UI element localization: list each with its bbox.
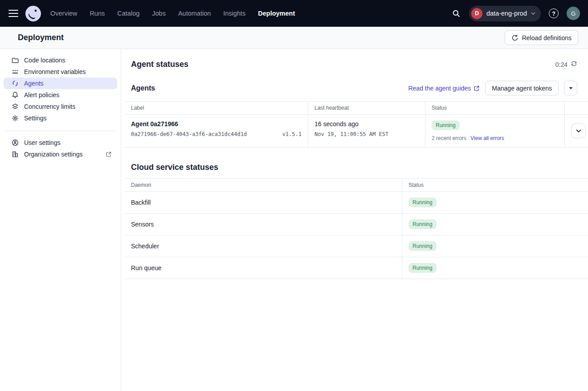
nav-overview[interactable]: Overview xyxy=(50,10,77,17)
sidebar-item-organization-settings[interactable]: Organization settings xyxy=(4,148,117,160)
deployment-switcher[interactable]: D data-eng-prod xyxy=(469,6,541,21)
external-link-icon xyxy=(474,85,480,91)
sidebar-item-label: Code locations xyxy=(24,57,65,64)
heartbeat-relative: 16 seconds ago xyxy=(314,120,419,128)
cloud-col-status: Status xyxy=(402,179,588,192)
agents-col-expand xyxy=(565,102,588,115)
daemon-name: Backfill xyxy=(125,192,402,214)
search-button[interactable] xyxy=(449,7,463,20)
agent-expand-cell xyxy=(565,115,588,148)
help-icon: ? xyxy=(549,8,559,18)
agent-label-cell: Agent 0a271966 0a271966-de67-4043-a3f6-a… xyxy=(125,115,308,148)
nav-jobs[interactable]: Jobs xyxy=(152,10,166,17)
agent-actions-dropdown-button[interactable] xyxy=(564,81,577,95)
external-link-icon xyxy=(106,151,112,157)
agent-guides-link-label: Read the agent guides xyxy=(408,85,471,92)
sidebar-item-label: User settings xyxy=(24,139,61,146)
status-badge: Running xyxy=(408,198,437,207)
refresh-countdown: 0:24 xyxy=(555,60,577,69)
env-vars-icon xyxy=(12,68,19,75)
agent-icon xyxy=(12,80,19,87)
reload-definitions-label: Reload definitions xyxy=(522,34,572,41)
recent-errors-count: 2 recent errors xyxy=(432,135,466,141)
daemon-name: Run queue xyxy=(125,257,402,279)
daemon-status-cell: Running xyxy=(402,257,588,279)
refresh-icon[interactable] xyxy=(571,60,577,69)
status-badge: Running xyxy=(408,219,437,229)
nav-runs[interactable]: Runs xyxy=(90,10,105,17)
expand-agent-row-button[interactable] xyxy=(571,123,586,138)
daemon-name: Sensors xyxy=(125,214,402,235)
primary-nav: Overview Runs Catalog Jobs Automation In… xyxy=(50,10,295,17)
sidebar-item-concurrency-limits[interactable]: Concurrency limits xyxy=(4,101,117,112)
daemon-status-cell: Running xyxy=(402,214,588,235)
status-badge: Running xyxy=(408,263,437,273)
reload-definitions-button[interactable]: Reload definitions xyxy=(505,30,578,45)
deployment-name: data-eng-prod xyxy=(486,10,527,17)
sidebar-item-alert-policies[interactable]: Alert policies xyxy=(4,89,117,101)
sidebar-item-label: Concurrency limits xyxy=(24,103,75,110)
daemon-name: Scheduler xyxy=(125,235,402,257)
countdown-value: 0:24 xyxy=(555,61,568,68)
cloud-services-table: Daemon Status Backfill Running Sensors R… xyxy=(125,178,588,279)
daemon-status-cell: Running xyxy=(402,235,588,257)
hamburger-menu-button[interactable] xyxy=(6,6,20,21)
agent-name: Agent 0a271966 xyxy=(131,120,302,128)
agents-table: Label Last heartbeat Status Agent 0a2719… xyxy=(125,101,588,148)
sidebar-item-environment-variables[interactable]: Environment variables xyxy=(4,66,117,78)
agent-statuses-title: Agent statuses xyxy=(131,60,188,69)
sidebar-item-label: Environment variables xyxy=(24,68,86,75)
sidebar-item-label: Settings xyxy=(24,115,47,122)
reload-icon xyxy=(511,34,519,41)
nav-deployment[interactable]: Deployment xyxy=(258,10,295,17)
agent-uuid: 0a271966-de67-4043-a3f6-aca31dc44d1d xyxy=(131,131,247,137)
sidebar-item-settings[interactable]: Settings xyxy=(4,112,117,124)
building-icon xyxy=(12,151,19,158)
bell-icon xyxy=(12,91,19,99)
help-button[interactable]: ? xyxy=(547,7,560,20)
sidebar-item-user-settings[interactable]: User settings xyxy=(4,137,117,148)
agents-subtitle: Agents xyxy=(131,84,155,92)
sidebar-item-agents[interactable]: Agents xyxy=(4,78,117,89)
deployment-sidebar: Code locations Environment variables Age… xyxy=(0,49,121,391)
layers-icon xyxy=(12,103,19,110)
sidebar-item-label: Alert policies xyxy=(24,91,59,99)
folder-icon xyxy=(12,57,19,64)
agent-version: v1.5.1 xyxy=(282,131,302,137)
page-title: Deployment xyxy=(18,33,64,42)
manage-agent-tokens-button[interactable]: Manage agent tokens xyxy=(485,81,559,95)
octopus-logo-icon xyxy=(25,5,41,22)
chevron-down-icon xyxy=(576,129,581,133)
dagster-logo[interactable] xyxy=(25,5,41,22)
topbar-right-cluster: D data-eng-prod ? G xyxy=(449,6,580,21)
agent-heartbeat-cell: 16 seconds ago Nov 19, 11:00:55 AM EST xyxy=(308,115,425,148)
sidebar-item-label: Organization settings xyxy=(24,151,83,158)
main-content: Agent statuses 0:24 Agents Read the agen… xyxy=(121,49,588,391)
cloud-col-daemon: Daemon xyxy=(125,179,402,192)
agent-status-cell: Running 2 recent errors View all errors xyxy=(425,115,565,148)
agents-col-heartbeat: Last heartbeat xyxy=(308,102,425,115)
cloud-service-statuses-title: Cloud service statuses xyxy=(131,163,577,172)
view-all-errors-link[interactable]: View all errors xyxy=(470,135,504,141)
agent-guides-link[interactable]: Read the agent guides xyxy=(408,85,480,92)
sidebar-divider xyxy=(5,131,115,131)
nav-automation[interactable]: Automation xyxy=(178,10,211,17)
gear-icon xyxy=(12,115,19,122)
nav-insights[interactable]: Insights xyxy=(223,10,245,17)
hamburger-icon xyxy=(8,10,18,11)
deployment-initial-badge: D xyxy=(471,8,482,19)
search-icon xyxy=(452,9,460,17)
caret-down-icon xyxy=(569,87,573,90)
heartbeat-timestamp: Nov 19, 11:00:55 AM EST xyxy=(314,131,419,137)
agents-col-label: Label xyxy=(125,102,308,115)
nav-catalog[interactable]: Catalog xyxy=(117,10,139,17)
sidebar-item-label: Agents xyxy=(24,80,44,87)
sidebar-item-code-locations[interactable]: Code locations xyxy=(4,54,117,66)
agents-col-status: Status xyxy=(425,102,565,115)
user-avatar[interactable]: G xyxy=(567,7,580,20)
top-nav-bar: Overview Runs Catalog Jobs Automation In… xyxy=(0,0,588,27)
page-header: Deployment Reload definitions xyxy=(0,27,588,49)
user-icon xyxy=(12,139,19,146)
status-badge: Running xyxy=(408,241,437,251)
daemon-status-cell: Running xyxy=(402,192,588,214)
